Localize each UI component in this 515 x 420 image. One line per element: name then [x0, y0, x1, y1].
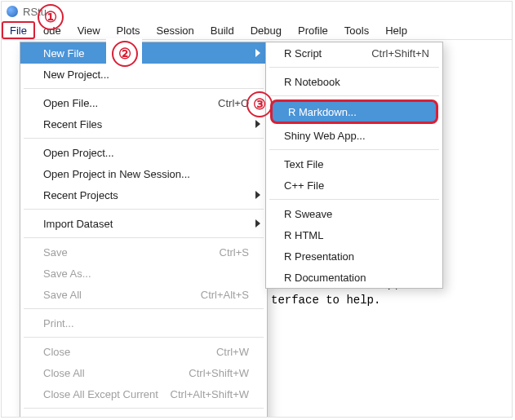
menu-close-all[interactable]: Close All Ctrl+Shift+W	[20, 362, 267, 383]
separator	[269, 95, 439, 96]
submenu-rscript[interactable]: R Script Ctrl+Shift+N	[266, 42, 442, 64]
titlebar-title: RStu	[23, 6, 47, 18]
menu-save-all[interactable]: Save All Ctrl+Alt+S	[20, 284, 267, 305]
console-line: terface to help.	[271, 293, 422, 309]
menu-tools[interactable]: Tools	[336, 21, 377, 39]
shortcut-label: Ctrl+Alt+S	[201, 289, 249, 301]
menu-save-as[interactable]: Save As...	[20, 263, 267, 284]
shortcut-label: Ctrl+O	[218, 97, 249, 109]
chevron-right-icon	[255, 49, 260, 57]
separator	[24, 237, 264, 238]
shortcut-label: Ctrl+Shift+W	[189, 367, 249, 379]
separator	[269, 149, 439, 150]
menu-open-file[interactable]: Open File... Ctrl+O	[20, 92, 267, 113]
shortcut-label: Ctrl+W	[216, 346, 249, 358]
separator	[269, 67, 439, 68]
menu-close[interactable]: Close Ctrl+W	[20, 341, 267, 362]
menubar: File ode View Plots Session Build Debug …	[2, 21, 512, 40]
submenu-textfile[interactable]: Text File	[266, 153, 442, 175]
separator	[269, 199, 439, 200]
titlebar: RStu	[2, 2, 512, 21]
menu-profile[interactable]: Profile	[290, 21, 336, 39]
submenu-rmarkdown[interactable]: R Markdown...	[270, 99, 438, 124]
menu-recent-files[interactable]: Recent Files	[20, 113, 267, 135]
submenu-shiny[interactable]: Shiny Web App...	[266, 125, 442, 146]
separator	[24, 308, 264, 309]
menu-new-project[interactable]: New Project...	[20, 64, 267, 85]
shortcut-label: Ctrl+Alt+Shift+W	[171, 388, 249, 400]
submenu-rpresentation[interactable]: R Presentation	[266, 245, 442, 267]
submenu-rnotebook[interactable]: R Notebook	[266, 71, 442, 92]
submenu-rdocumentation[interactable]: R Documentation	[266, 267, 442, 288]
menu-import-dataset[interactable]: Import Dataset	[20, 213, 267, 234]
submenu-rhtml[interactable]: R HTML	[266, 224, 442, 245]
chevron-right-icon	[255, 219, 260, 228]
menu-close-project[interactable]: Close Project	[20, 412, 267, 418]
app-window: RStu File ode View Plots Session Build D…	[1, 1, 513, 418]
separator	[24, 209, 264, 210]
separator	[24, 337, 264, 338]
separator	[24, 408, 264, 409]
menu-debug[interactable]: Debug	[242, 21, 290, 39]
content-area: ' for on-line help, or terface to help. …	[2, 40, 512, 418]
menu-session[interactable]: Session	[149, 21, 202, 39]
menu-recent-projects[interactable]: Recent Projects	[20, 184, 267, 206]
menu-code[interactable]: ode	[35, 21, 69, 39]
chevron-right-icon	[255, 191, 260, 199]
chevron-right-icon	[255, 120, 260, 128]
menu-file[interactable]: File	[2, 21, 35, 39]
submenu-cppfile[interactable]: C++ File	[266, 175, 442, 196]
rstudio-logo-icon	[7, 6, 18, 17]
menu-new-file[interactable]: New File	[20, 42, 267, 64]
shortcut-label: Ctrl+S	[220, 246, 249, 259]
newfile-submenu: R Script Ctrl+Shift+N R Notebook R Markd…	[265, 42, 443, 289]
menu-save[interactable]: Save Ctrl+S	[20, 241, 267, 263]
menu-close-except[interactable]: Close All Except Current Ctrl+Alt+Shift+…	[20, 383, 267, 405]
shortcut-label: Ctrl+Shift+N	[371, 47, 429, 60]
menu-open-project[interactable]: Open Project...	[20, 142, 267, 163]
separator	[24, 88, 264, 89]
annotation-mask	[106, 38, 142, 64]
file-dropdown: New File New Project... Open File... Ctr…	[20, 42, 268, 418]
menu-help[interactable]: Help	[377, 21, 415, 39]
submenu-rsweave[interactable]: R Sweave	[266, 203, 442, 224]
menu-build[interactable]: Build	[202, 21, 242, 39]
separator	[24, 138, 264, 139]
menu-open-project-new-session[interactable]: Open Project in New Session...	[20, 163, 267, 184]
menu-view[interactable]: View	[69, 21, 109, 39]
menu-plots[interactable]: Plots	[109, 21, 149, 39]
menu-print[interactable]: Print...	[20, 312, 267, 334]
